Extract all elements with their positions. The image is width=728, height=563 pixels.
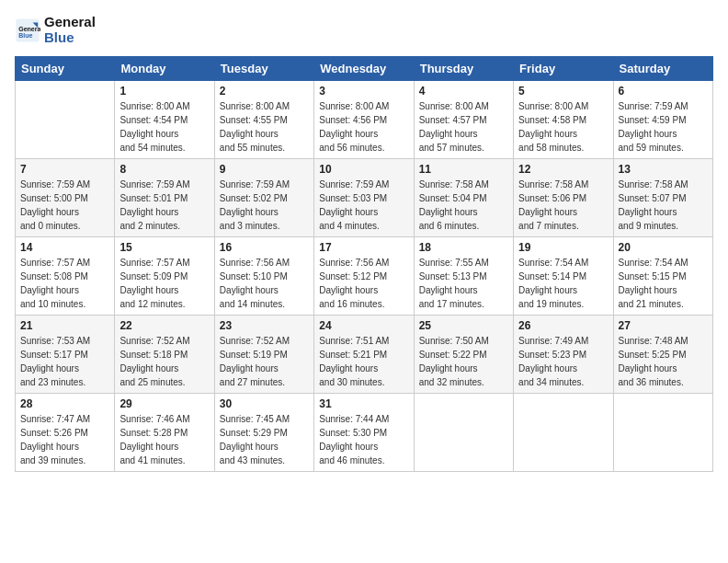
logo-blue: Blue bbox=[44, 30, 96, 46]
daylight-label: Daylight hours bbox=[319, 129, 378, 139]
day-number: 12 bbox=[518, 163, 608, 176]
day-info: Sunrise: 7:58 AMSunset: 5:06 PMDaylight … bbox=[518, 178, 608, 233]
calendar-cell: 5Sunrise: 8:00 AMSunset: 4:58 PMDaylight… bbox=[514, 81, 613, 159]
daylight-label: Daylight hours bbox=[518, 129, 577, 139]
calendar-cell: 4Sunrise: 8:00 AMSunset: 4:57 PMDaylight… bbox=[414, 81, 513, 159]
day-number: 28 bbox=[20, 397, 109, 410]
daylight-label: Daylight hours bbox=[419, 207, 478, 217]
sunset-text: Sunset: 4:55 PM bbox=[220, 115, 288, 125]
sunrise-text: Sunrise: 7:58 AM bbox=[518, 179, 588, 190]
day-info: Sunrise: 8:00 AMSunset: 4:58 PMDaylight … bbox=[518, 99, 608, 155]
day-info: Sunrise: 7:57 AMSunset: 5:08 PMDaylight … bbox=[20, 256, 109, 311]
sunset-text: Sunset: 5:04 PM bbox=[419, 193, 487, 203]
daylight-minutes: and 57 minutes. bbox=[419, 143, 484, 153]
sunrise-text: Sunrise: 7:57 AM bbox=[20, 258, 90, 268]
sunrise-text: Sunrise: 7:53 AM bbox=[20, 336, 90, 346]
weekday-header-monday: Monday bbox=[115, 57, 214, 81]
daylight-minutes: and 36 minutes. bbox=[619, 377, 684, 387]
day-info: Sunrise: 7:49 AMSunset: 5:23 PMDaylight … bbox=[518, 334, 608, 389]
sunset-text: Sunset: 5:18 PM bbox=[119, 350, 188, 360]
day-info: Sunrise: 8:00 AMSunset: 4:56 PMDaylight … bbox=[319, 99, 408, 155]
day-info: Sunrise: 7:54 AMSunset: 5:15 PMDaylight … bbox=[619, 256, 708, 311]
calendar-cell: 6Sunrise: 7:59 AMSunset: 4:59 PMDaylight… bbox=[613, 81, 712, 159]
day-info: Sunrise: 7:45 AMSunset: 5:29 PMDaylight … bbox=[220, 412, 309, 467]
calendar-cell: 1Sunrise: 8:00 AMSunset: 4:54 PMDaylight… bbox=[115, 81, 214, 159]
calendar-cell: 8Sunrise: 7:59 AMSunset: 5:01 PMDaylight… bbox=[115, 159, 214, 237]
sunset-text: Sunset: 5:08 PM bbox=[20, 271, 88, 282]
sunrise-text: Sunrise: 7:59 AM bbox=[619, 101, 688, 111]
daylight-minutes: and 23 minutes. bbox=[20, 377, 85, 387]
day-info: Sunrise: 7:44 AMSunset: 5:30 PMDaylight … bbox=[319, 412, 408, 467]
daylight-label: Daylight hours bbox=[419, 285, 478, 295]
daylight-minutes: and 41 minutes. bbox=[119, 455, 185, 465]
sunrise-text: Sunrise: 7:57 AM bbox=[119, 258, 189, 268]
sunset-text: Sunset: 5:19 PM bbox=[220, 350, 288, 360]
daylight-label: Daylight hours bbox=[619, 363, 677, 373]
sunrise-text: Sunrise: 7:54 AM bbox=[619, 258, 688, 268]
sunrise-text: Sunrise: 8:00 AM bbox=[419, 101, 489, 111]
sunset-text: Sunset: 5:22 PM bbox=[419, 350, 487, 360]
day-number: 13 bbox=[619, 163, 708, 176]
calendar-cell: 13Sunrise: 7:58 AMSunset: 5:07 PMDayligh… bbox=[613, 159, 712, 237]
logo-general: General bbox=[44, 15, 96, 30]
daylight-label: Daylight hours bbox=[518, 207, 577, 217]
sunset-text: Sunset: 5:07 PM bbox=[619, 193, 687, 203]
sunset-text: Sunset: 4:59 PM bbox=[619, 115, 687, 125]
sunset-text: Sunset: 5:03 PM bbox=[319, 193, 387, 203]
sunrise-text: Sunrise: 7:59 AM bbox=[119, 179, 189, 190]
day-number: 3 bbox=[319, 85, 408, 98]
daylight-minutes: and 32 minutes. bbox=[419, 377, 484, 387]
day-number: 7 bbox=[20, 163, 109, 176]
sunrise-text: Sunrise: 7:59 AM bbox=[20, 179, 90, 190]
day-info: Sunrise: 7:58 AMSunset: 5:04 PMDaylight … bbox=[419, 178, 508, 233]
day-info: Sunrise: 7:58 AMSunset: 5:07 PMDaylight … bbox=[619, 178, 708, 233]
day-number: 18 bbox=[419, 241, 508, 254]
calendar-cell: 16Sunrise: 7:56 AMSunset: 5:10 PMDayligh… bbox=[214, 237, 313, 316]
daylight-minutes: and 9 minutes. bbox=[619, 221, 679, 231]
sunrise-text: Sunrise: 7:52 AM bbox=[220, 336, 290, 346]
sunset-text: Sunset: 5:01 PM bbox=[119, 193, 188, 203]
week-row-3: 14Sunrise: 7:57 AMSunset: 5:08 PMDayligh… bbox=[16, 237, 713, 316]
daylight-label: Daylight hours bbox=[20, 442, 79, 452]
day-number: 23 bbox=[220, 319, 309, 332]
daylight-minutes: and 59 minutes. bbox=[619, 143, 684, 153]
day-number: 4 bbox=[419, 85, 508, 98]
day-info: Sunrise: 7:59 AMSunset: 5:02 PMDaylight … bbox=[220, 178, 309, 233]
sunset-text: Sunset: 5:26 PM bbox=[20, 428, 88, 438]
daylight-minutes: and 30 minutes. bbox=[319, 377, 384, 387]
daylight-minutes: and 55 minutes. bbox=[220, 143, 285, 153]
daylight-label: Daylight hours bbox=[419, 129, 478, 139]
sunset-text: Sunset: 5:06 PM bbox=[518, 193, 586, 203]
daylight-label: Daylight hours bbox=[220, 285, 279, 295]
calendar-cell: 22Sunrise: 7:52 AMSunset: 5:18 PMDayligh… bbox=[115, 316, 214, 394]
day-number: 24 bbox=[319, 319, 408, 332]
daylight-label: Daylight hours bbox=[119, 363, 178, 373]
sunrise-text: Sunrise: 7:56 AM bbox=[319, 258, 389, 268]
daylight-minutes: and 0 minutes. bbox=[20, 221, 81, 231]
daylight-label: Daylight hours bbox=[419, 363, 478, 373]
daylight-minutes: and 12 minutes. bbox=[119, 299, 185, 309]
calendar-cell: 28Sunrise: 7:47 AMSunset: 5:26 PMDayligh… bbox=[16, 394, 115, 472]
daylight-minutes: and 34 minutes. bbox=[518, 377, 584, 387]
day-info: Sunrise: 7:54 AMSunset: 5:14 PMDaylight … bbox=[518, 256, 608, 311]
logo: General Blue General Blue bbox=[15, 15, 96, 45]
day-info: Sunrise: 8:00 AMSunset: 4:55 PMDaylight … bbox=[220, 99, 309, 155]
daylight-minutes: and 4 minutes. bbox=[319, 221, 380, 231]
daylight-minutes: and 10 minutes. bbox=[20, 299, 85, 309]
calendar-cell: 12Sunrise: 7:58 AMSunset: 5:06 PMDayligh… bbox=[514, 159, 613, 237]
daylight-minutes: and 25 minutes. bbox=[119, 377, 185, 387]
sunrise-text: Sunrise: 7:52 AM bbox=[119, 336, 189, 346]
sunrise-text: Sunrise: 7:59 AM bbox=[220, 179, 290, 190]
daylight-label: Daylight hours bbox=[20, 363, 79, 373]
daylight-minutes: and 43 minutes. bbox=[220, 455, 285, 465]
calendar-cell: 20Sunrise: 7:54 AMSunset: 5:15 PMDayligh… bbox=[613, 237, 712, 316]
daylight-label: Daylight hours bbox=[619, 285, 677, 295]
day-number: 29 bbox=[119, 397, 209, 410]
calendar-cell: 2Sunrise: 8:00 AMSunset: 4:55 PMDaylight… bbox=[214, 81, 313, 159]
day-number: 9 bbox=[220, 163, 309, 176]
day-number: 1 bbox=[119, 85, 209, 98]
daylight-label: Daylight hours bbox=[20, 285, 79, 295]
day-number: 20 bbox=[619, 241, 708, 254]
sunrise-text: Sunrise: 8:00 AM bbox=[319, 101, 389, 111]
sunset-text: Sunset: 5:14 PM bbox=[518, 271, 586, 282]
